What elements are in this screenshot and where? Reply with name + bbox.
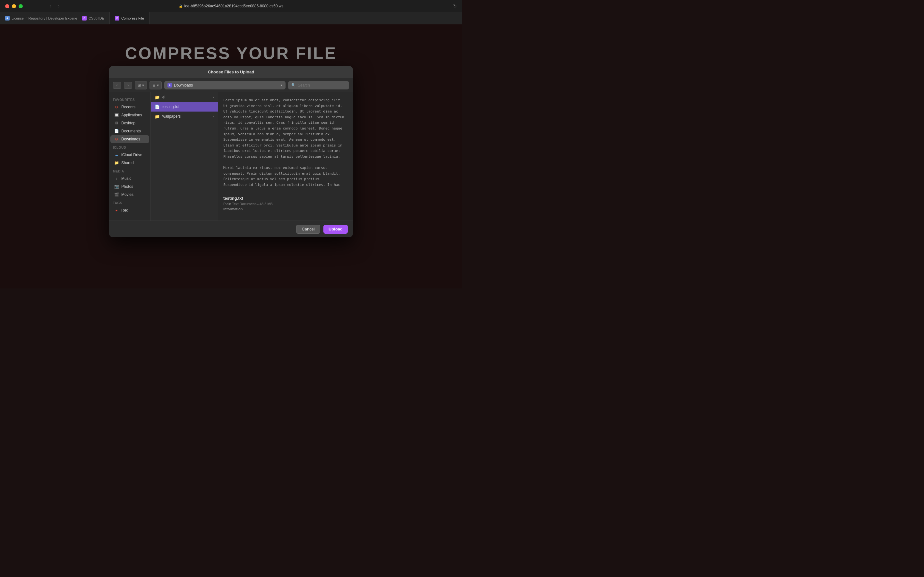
toolbar-forward-button[interactable]: ›	[124, 82, 132, 89]
main-content: COMPRESS YOUR FILE Choose Files to Uploa…	[0, 24, 462, 288]
sidebar-shared-label: Shared	[121, 161, 134, 165]
sidebar-recents-label: Recents	[121, 105, 136, 109]
tabbar: ◈ License in Repository | Developer Expe…	[0, 12, 462, 24]
sidebar-item-red[interactable]: ● Red	[110, 206, 149, 214]
dialog-title: Choose Files to Upload	[208, 69, 254, 74]
dialog-footer: Cancel Upload	[109, 221, 353, 237]
folder-el-arrow: ›	[213, 95, 214, 99]
location-chevron-icon: ▾	[281, 83, 282, 87]
sidebar-item-applications[interactable]: 🔲 Applications	[110, 111, 149, 119]
file-list-panel: 📁 el › 📄 testing.txt 📁 wallpapers ›	[151, 92, 218, 221]
sidebar-item-shared[interactable]: 📁 Shared	[110, 159, 149, 167]
sidebar-desktop-label: Desktop	[121, 121, 136, 125]
tags-label: Tags	[109, 199, 150, 206]
location-folder-icon: ⬇	[168, 83, 172, 87]
url-text: ide-b85396b26ac94601a28194ccd5ee0885-808…	[184, 4, 284, 8]
file-testing-name: testing.txt	[162, 105, 179, 109]
close-button[interactable]	[5, 4, 9, 8]
sidebar-photos-label: Photos	[121, 184, 133, 189]
music-icon: ♪	[114, 176, 119, 181]
preview-panel: Lorem ipsum dolor sit amet, consectetur …	[218, 92, 353, 221]
dialog-sidebar: Favourites ⊙ Recents 🔲 Applications 🖥 De…	[109, 92, 151, 221]
tab-compress-icon: C	[115, 16, 120, 21]
red-tag-icon: ●	[114, 208, 119, 213]
toolbar-view-columns-button[interactable]: ⊞ ▾	[135, 81, 147, 89]
columns-icon: ⊞	[137, 83, 141, 87]
movies-icon: 🎬	[114, 192, 119, 197]
applications-icon: 🔲	[114, 113, 119, 117]
folder-wallpapers-icon: 📁	[155, 114, 160, 119]
cancel-button[interactable]: Cancel	[296, 225, 320, 234]
file-item-wallpapers[interactable]: 📁 wallpapers ›	[151, 111, 218, 121]
file-item-testing-txt[interactable]: 📄 testing.txt	[151, 102, 218, 111]
nav-back-button[interactable]: ‹	[47, 3, 53, 9]
sidebar-music-label: Music	[121, 176, 131, 181]
tab-license-label: License in Repository | Developer Experi…	[11, 16, 77, 20]
preview-info-label: Information	[223, 207, 348, 211]
location-label: Downloads	[174, 83, 193, 87]
upload-button[interactable]: Upload	[323, 225, 348, 234]
tab-compress-label: Compress File	[121, 16, 144, 20]
location-dropdown[interactable]: ⬇ Downloads ▾	[164, 81, 286, 89]
file-el-name: el	[162, 95, 165, 99]
sidebar-item-photos[interactable]: 📷 Photos	[110, 183, 149, 190]
file-picker-dialog: Choose Files to Upload ‹ › ⊞ ▾ ⊟ ▾ ⬇ Dow…	[109, 66, 353, 237]
dialog-toolbar: ‹ › ⊞ ▾ ⊟ ▾ ⬇ Downloads ▾ 🔍	[109, 78, 353, 92]
maximize-button[interactable]	[19, 4, 23, 8]
sidebar-applications-label: Applications	[121, 113, 142, 117]
photos-icon: 📷	[114, 184, 119, 189]
sidebar-item-recents[interactable]: ⊙ Recents	[110, 103, 149, 111]
sidebar-item-downloads[interactable]: ⊙ Downloads	[110, 135, 149, 143]
downloads-icon: ⊙	[114, 137, 119, 141]
file-item-el[interactable]: 📁 el ›	[151, 92, 218, 102]
preview-filename: testing.txt	[223, 196, 348, 201]
sidebar-item-icloud-drive[interactable]: ☁ iCloud Drive	[110, 151, 149, 159]
tab-cs50ide-label: CS50 IDE	[89, 16, 104, 20]
grid-dropdown-icon: ▾	[157, 83, 159, 87]
search-input-container[interactable]: 🔍	[288, 81, 349, 89]
tab-license[interactable]: ◈ License in Repository | Developer Expe…	[0, 12, 77, 24]
tab-cs50ide-icon: C	[82, 16, 87, 21]
shared-icon: 📁	[114, 161, 119, 165]
preview-text-content: Lorem ipsum dolor sit amet, consectetur …	[223, 97, 348, 188]
titlebar-controls	[0, 4, 28, 8]
nav-forward-button[interactable]: ›	[55, 3, 62, 9]
tab-license-icon: ◈	[5, 16, 10, 21]
search-input[interactable]	[298, 83, 346, 87]
sidebar-movies-label: Movies	[121, 192, 134, 197]
sidebar-downloads-label: Downloads	[121, 137, 140, 141]
file-wallpapers-name: wallpapers	[162, 114, 181, 119]
recents-icon: ⊙	[114, 105, 119, 109]
documents-icon: 📄	[114, 129, 119, 133]
toolbar-view-grid-button[interactable]: ⊟ ▾	[150, 81, 162, 89]
icloud-icon: ☁	[114, 153, 119, 157]
file-testing-icon: 📄	[155, 104, 160, 109]
tab-compress[interactable]: C Compress File	[110, 12, 150, 24]
preview-file-info: testing.txt Plain Text Document – 48.3 M…	[223, 192, 348, 211]
sidebar-item-music[interactable]: ♪ Music	[110, 175, 149, 182]
sidebar-documents-label: Documents	[121, 129, 141, 133]
titlebar-url-bar[interactable]: 🔒 ide-b85396b26ac94601a28194ccd5ee0885-8…	[179, 4, 284, 8]
sidebar-red-label: Red	[121, 208, 128, 213]
columns-dropdown-icon: ▾	[142, 83, 144, 87]
titlebar-nav: ‹ ›	[28, 3, 65, 9]
tab-cs50ide[interactable]: C CS50 IDE	[77, 12, 110, 24]
titlebar-right-controls: ↻	[453, 3, 462, 9]
sidebar-icloud-label: iCloud Drive	[121, 153, 142, 157]
sidebar-item-movies[interactable]: 🎬 Movies	[110, 191, 149, 198]
minimize-button[interactable]	[12, 4, 16, 8]
folder-el-icon: 📁	[155, 95, 160, 100]
search-icon: 🔍	[291, 83, 296, 87]
titlebar: ‹ › 🔒 ide-b85396b26ac94601a28194ccd5ee08…	[0, 0, 462, 12]
refresh-icon[interactable]: ↻	[453, 3, 457, 9]
media-label: Media	[109, 167, 150, 174]
dialog-title-bar: Choose Files to Upload	[109, 66, 353, 78]
sidebar-item-desktop[interactable]: 🖥 Desktop	[110, 119, 149, 127]
folder-wallpapers-arrow: ›	[213, 115, 214, 118]
favourites-label: Favourites	[109, 95, 150, 103]
sidebar-item-documents[interactable]: 📄 Documents	[110, 127, 149, 135]
icloud-label: iCloud	[109, 143, 150, 151]
lock-icon: 🔒	[179, 5, 183, 8]
toolbar-back-button[interactable]: ‹	[113, 82, 121, 89]
desktop-icon: 🖥	[114, 121, 119, 125]
